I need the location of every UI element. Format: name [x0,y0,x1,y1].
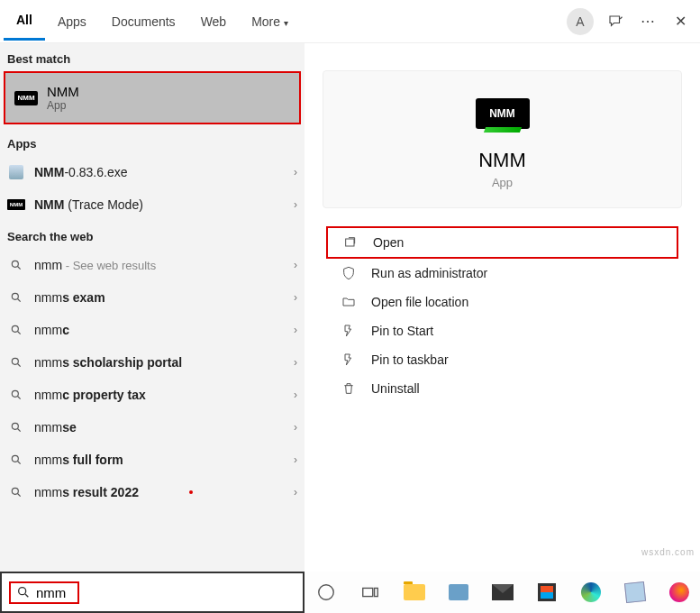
trash-icon [339,381,359,396]
web-result[interactable]: nmmse › [0,411,305,444]
web-result[interactable]: nmms result 2022 › [0,476,305,508]
apps-result[interactable]: NMM-0.83.6.exe › [0,156,305,188]
taskbar [305,572,700,613]
chevron-right-icon: › [294,356,297,369]
apps-result[interactable]: NMM NMM (Trace Mode) › [0,188,305,221]
section-apps: Apps [0,128,305,156]
svg-point-0 [12,261,18,267]
svg-point-6 [12,455,18,462]
section-best-match: Best match [0,43,305,71]
nmm-app-icon: NMM [7,199,25,210]
pin-icon [339,352,359,367]
tab-all[interactable]: All [4,2,45,41]
svg-rect-8 [346,239,354,246]
web-result[interactable]: nmmc › [0,314,305,346]
results-pane: Best match NMM NMM App Apps NMM-0.83.6.e… [0,43,305,572]
chevron-right-icon: › [294,198,297,211]
search-icon [7,389,25,401]
best-match-title: NMM [47,84,79,99]
search-icon [7,421,25,434]
svg-point-10 [318,585,333,600]
search-input[interactable] [36,585,72,600]
search-icon [7,291,25,304]
chevron-right-icon: › [294,324,297,336]
search-icon [7,453,25,466]
watermark: wsxdn.com [641,547,695,557]
tab-apps[interactable]: Apps [45,4,99,40]
svg-point-4 [12,390,18,397]
action-open[interactable]: Open [326,226,678,259]
mail-icon[interactable] [490,580,514,605]
detail-subtitle: App [341,176,663,189]
more-options-icon[interactable]: ⋯ [632,5,664,38]
shield-icon [339,266,359,280]
tab-more[interactable]: More▾ [239,4,301,40]
best-match-subtitle: App [47,99,79,112]
open-icon [341,235,360,250]
search-icon [16,585,31,599]
notepad-icon[interactable] [623,580,647,605]
chevron-down-icon: ▾ [284,18,288,28]
user-avatar[interactable]: A [567,8,594,35]
search-box[interactable] [0,572,305,613]
svg-rect-12 [374,588,377,596]
search-icon [7,324,25,336]
best-match-result[interactable]: NMM NMM App [4,71,301,124]
detail-card: NMM NMM App [323,70,682,208]
search-icon [7,486,25,499]
action-uninstall[interactable]: Uninstall [326,374,678,403]
action-open-location[interactable]: Open file location [326,288,678,316]
svg-point-5 [12,423,18,429]
svg-point-2 [12,325,18,332]
action-pin-taskbar[interactable]: Pin to taskbar [326,345,678,374]
chevron-right-icon: › [294,259,297,271]
pin-icon [339,324,359,338]
svg-point-7 [12,488,18,494]
section-search-web: Search the web [0,221,305,249]
web-result[interactable]: nmms full form › [0,444,305,476]
chevron-right-icon: › [294,291,297,304]
detail-title: NMM [341,149,663,172]
store-icon[interactable] [534,580,559,605]
svg-rect-11 [362,588,372,596]
exe-icon [9,165,23,179]
edge-icon[interactable] [578,580,603,605]
chevron-right-icon: › [294,486,297,499]
search-tabs: All Apps Documents Web More▾ A ⋯ ✕ [0,0,700,43]
web-result[interactable]: nmms scholarship portal › [0,346,305,379]
actions-list: Open Run as administrator Open file loca… [323,226,682,403]
chevron-right-icon: › [294,453,297,466]
chevron-right-icon: › [294,166,297,178]
search-icon [7,259,25,271]
chevron-right-icon: › [294,389,297,401]
svg-point-3 [12,358,18,364]
indicator-dot [189,490,193,494]
firefox-icon[interactable] [667,580,691,605]
svg-point-9 [19,588,26,595]
file-explorer-icon[interactable] [402,580,426,605]
nmm-app-icon: NMM [14,91,38,105]
action-pin-start[interactable]: Pin to Start [326,316,678,345]
action-run-admin[interactable]: Run as administrator [326,259,678,288]
web-result[interactable]: nmms exam › [0,281,305,314]
web-result[interactable]: nmmc property tax › [0,379,305,411]
feedback-icon[interactable] [599,5,632,38]
tab-documents[interactable]: Documents [99,4,188,40]
folder-icon [339,295,359,309]
search-icon [7,356,25,369]
cortana-icon[interactable] [314,580,338,605]
close-icon[interactable]: ✕ [664,5,696,38]
svg-point-1 [12,293,18,299]
nmm-logo: NMM [476,98,530,129]
chevron-right-icon: › [294,421,297,434]
taskview-icon[interactable] [358,580,382,605]
detail-pane: NMM NMM App Open Run as administrator Op… [305,43,700,572]
printer-icon[interactable] [446,580,470,605]
web-result[interactable]: nmm - See web results › [0,249,305,281]
tab-web[interactable]: Web [188,4,240,40]
